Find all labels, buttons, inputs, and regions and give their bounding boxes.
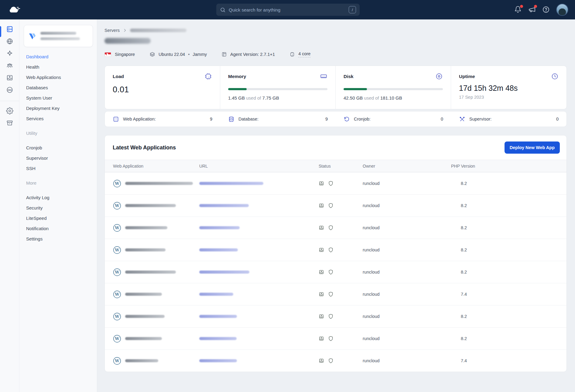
- server-location: Singapore: [115, 52, 135, 57]
- sidebar-item-label: Services: [26, 116, 44, 121]
- sidebar-utility-list: CronjobSupervisorSSH: [24, 142, 93, 173]
- table-row[interactable]: W runcloud 8.2: [105, 194, 566, 216]
- deployment-inbox-icon[interactable]: [6, 74, 13, 81]
- archive-box-icon[interactable]: [6, 119, 13, 127]
- shield-icon[interactable]: [328, 247, 334, 253]
- shield-icon[interactable]: [328, 181, 334, 186]
- tools-icon: [459, 116, 465, 122]
- deploy-status-icon[interactable]: [319, 269, 324, 275]
- dns-icon[interactable]: DNS: [6, 86, 13, 94]
- core-count[interactable]: 4 core: [298, 51, 310, 57]
- sidebar-item-label: Cronjob: [26, 145, 42, 150]
- cronjob-rotate-icon: [344, 116, 350, 122]
- shield-icon[interactable]: [328, 314, 334, 319]
- help-icon[interactable]: [542, 6, 550, 14]
- load-value: 0.01: [113, 85, 212, 94]
- owner-label: runcloud: [363, 203, 451, 208]
- web-apps-title: Latest Web Applications: [113, 145, 176, 151]
- sidebar-item[interactable]: Supervisor: [24, 153, 93, 163]
- app-name-redacted: [125, 359, 158, 362]
- sidebar-item[interactable]: System User: [24, 93, 93, 103]
- app-url-redacted: [199, 315, 237, 318]
- announcements-megaphone-icon[interactable]: [528, 6, 536, 14]
- sparkle-icon[interactable]: [6, 50, 13, 57]
- deploy-status-icon[interactable]: [319, 247, 324, 253]
- sidebar-item[interactable]: Security: [24, 203, 93, 213]
- sidebar-item[interactable]: Notification: [24, 223, 93, 233]
- sidebar-item-label: Security: [26, 205, 43, 210]
- app-url-redacted: [199, 359, 237, 362]
- app-name-redacted: [125, 248, 166, 251]
- shield-icon[interactable]: [328, 269, 334, 275]
- sidebar-item[interactable]: Activity Log: [24, 192, 93, 203]
- server-name-redacted-title: [104, 38, 151, 44]
- table-row[interactable]: W runcloud 8.2: [105, 172, 566, 194]
- uptime-value: 17d 15h 32m 48s: [459, 84, 559, 93]
- sidebar-item-label: System User: [26, 95, 52, 101]
- announcement-badge: [534, 5, 537, 8]
- shield-icon[interactable]: [328, 203, 334, 208]
- shield-icon[interactable]: [328, 358, 334, 363]
- table-row[interactable]: W runcloud 8.2: [105, 261, 566, 283]
- resources-summary-card: Web Application: 9 Database: 9 Cronjob: …: [104, 111, 567, 127]
- deploy-status-icon[interactable]: [319, 314, 324, 319]
- svg-text:W: W: [115, 226, 119, 230]
- deploy-status-icon[interactable]: [319, 291, 324, 297]
- app-name-redacted: [125, 182, 193, 185]
- shield-icon[interactable]: [328, 291, 334, 297]
- table-row[interactable]: W runcloud 8.2: [105, 327, 566, 349]
- svg-text:DNS: DNS: [8, 89, 12, 91]
- sidebar-item-label: Settings: [26, 236, 43, 241]
- table-row[interactable]: W runcloud 8.2: [105, 239, 566, 261]
- sidebar-item[interactable]: SSH: [24, 163, 93, 173]
- deploy-status-icon[interactable]: [319, 336, 324, 341]
- sidebar-item[interactable]: Health: [24, 62, 93, 72]
- bell-icon[interactable]: [514, 6, 522, 14]
- sidebar-item[interactable]: Deployment Key: [24, 103, 93, 113]
- app-url-redacted: [199, 204, 249, 207]
- sidebar-item-label: Databases: [26, 85, 48, 90]
- svg-text:W: W: [115, 181, 119, 186]
- php-version-label: 8.2: [451, 314, 560, 319]
- cronjob-count: Cronjob: 0: [336, 116, 451, 122]
- table-row[interactable]: W runcloud 8.2: [105, 216, 566, 239]
- deploy-status-icon[interactable]: [319, 181, 324, 186]
- table-row[interactable]: W runcloud 7.4: [105, 283, 566, 305]
- sidebar-item[interactable]: LiteSpeed: [24, 213, 93, 223]
- servers-icon[interactable]: [6, 26, 13, 33]
- sidebar-item-label: Deployment Key: [26, 106, 60, 111]
- sidebar-item[interactable]: Cronjob: [24, 142, 93, 153]
- table-row[interactable]: W runcloud 7.4: [105, 349, 566, 372]
- deploy-status-icon[interactable]: [319, 358, 324, 363]
- uptime-stat: Uptime 17d 15h 32m 48s 17 Sep 2023: [451, 66, 566, 109]
- deploy-status-icon[interactable]: [319, 203, 324, 208]
- sidebar-item[interactable]: Web Applications: [24, 72, 93, 82]
- shield-icon[interactable]: [328, 225, 334, 230]
- server-selector-card[interactable]: [24, 25, 93, 47]
- breadcrumb-servers-link[interactable]: Servers: [104, 28, 120, 33]
- deploy-new-web-app-button[interactable]: Deploy New Web App: [505, 141, 560, 154]
- col-php-version: PHP Version: [451, 164, 560, 169]
- agent-icon: [221, 52, 227, 57]
- settings-gear-icon[interactable]: [6, 107, 13, 114]
- sidebar-item[interactable]: Databases: [24, 82, 93, 93]
- deploy-status-icon[interactable]: [319, 225, 324, 230]
- runcloud-logo-icon[interactable]: [9, 5, 21, 14]
- quick-search-input[interactable]: Quick search for anything /: [216, 4, 360, 16]
- team-icon[interactable]: [6, 62, 13, 69]
- uptime-label: Uptime: [459, 74, 475, 79]
- sidebar-item[interactable]: Settings: [24, 233, 93, 244]
- sidebar-item[interactable]: Dashboard: [24, 51, 93, 62]
- active-rail-indicator: [0, 26, 1, 37]
- user-avatar[interactable]: [556, 4, 568, 16]
- web-globe-icon[interactable]: [6, 38, 13, 45]
- php-version-label: 7.4: [451, 292, 560, 297]
- sidebar-item[interactable]: Services: [24, 113, 93, 124]
- table-row[interactable]: W runcloud 8.2: [105, 305, 566, 327]
- vultr-logo-icon: [28, 32, 37, 40]
- table-body: W runcloud 8.2: [105, 172, 566, 372]
- shield-icon[interactable]: [328, 336, 334, 341]
- memory-usage-text: 1.45 GB used of 7.75 GB: [228, 95, 327, 101]
- supervisor-count: Supervisor: 0: [451, 116, 566, 122]
- layers-icon: [149, 52, 155, 57]
